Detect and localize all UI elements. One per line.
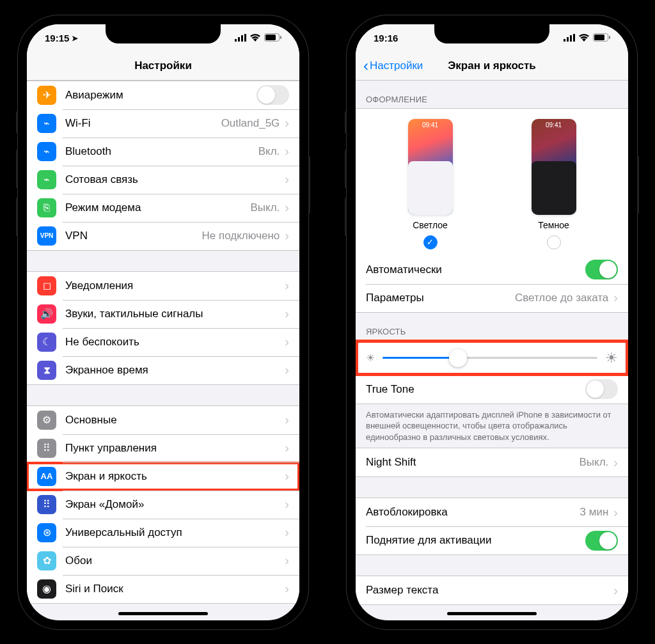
settings-row-siri-и-поиск[interactable]: ◉Siri и Поиск› [27, 575, 299, 603]
row-label: Сотовая связь [65, 173, 285, 186]
speaker-icon: 🔊 [37, 304, 56, 324]
home-indicator[interactable] [118, 612, 208, 615]
settings-row-не-беспокоить[interactable]: ☾Не беспокоить› [27, 328, 299, 356]
chevron-left-icon: ‹ [363, 58, 368, 74]
wifi-icon: ⌁ [37, 114, 56, 133]
appearance-picker: 09:41 Светлое ✓ 09:41 Темное [356, 109, 628, 256]
row-value: Не подключено [202, 230, 280, 242]
row-true-tone[interactable]: True Tone [356, 375, 628, 404]
svg-rect-8 [567, 37, 569, 42]
settings-row-bluetooth[interactable]: ⌁BluetoothВкл.› [27, 137, 299, 166]
row-label: Экранное время [65, 364, 285, 377]
gear-icon: ⚙ [37, 411, 56, 430]
row-auto-lock[interactable]: Автоблокировка 3 мин › [356, 498, 628, 526]
airplane-icon: ✈ [37, 86, 56, 105]
nav-title: Настройки [134, 59, 192, 72]
back-label: Настройки [370, 59, 423, 72]
toggle-automatic[interactable] [585, 260, 618, 279]
sun-high-icon: ☀ [605, 350, 618, 366]
chevron-right-icon: › [285, 228, 289, 243]
settings-row-экран-и-яркость[interactable]: AAЭкран и яркость› [27, 462, 299, 491]
home-indicator[interactable] [447, 612, 537, 615]
nav-title: Экран и яркость [448, 59, 536, 72]
row-label: Экран и яркость [65, 470, 285, 483]
hourglass-icon: ⧗ [37, 361, 56, 380]
row-label: Bluetooth [65, 145, 258, 158]
signal-icon [564, 33, 575, 43]
appearance-option-light[interactable]: 09:41 Светлое ✓ [408, 119, 453, 249]
status-time: 19:15 [45, 33, 69, 43]
chevron-right-icon: › [613, 455, 618, 470]
row-night-shift[interactable]: Night Shift Выкл. › [356, 448, 628, 476]
radio-light[interactable]: ✓ [423, 235, 438, 249]
settings-row-универсальный-доступ[interactable]: ⊛Универсальный доступ› [27, 519, 299, 547]
settings-row-wi-fi[interactable]: ⌁Wi-FiOutland_5G› [27, 109, 299, 137]
brightness-header: ЯРКОСТЬ [356, 313, 628, 340]
chevron-right-icon: › [285, 497, 289, 512]
battery-icon [264, 33, 281, 43]
wifi-icon [579, 33, 589, 43]
vpn-icon: VPN [37, 226, 56, 246]
chevron-right-icon: › [613, 583, 618, 598]
appearance-option-dark[interactable]: 09:41 Темное [532, 119, 576, 249]
row-label: Wi-Fi [65, 117, 221, 130]
chevron-right-icon: › [285, 334, 289, 349]
chevron-right-icon: › [613, 290, 618, 305]
svg-rect-7 [564, 39, 565, 42]
row-label: Siri и Поиск [65, 583, 285, 595]
row-label: Звуки, тактильные сигналы [65, 308, 285, 320]
row-label: Пункт управления [65, 442, 285, 455]
row-label: Экран «Домой» [65, 498, 285, 511]
row-label: Основные [65, 414, 285, 427]
row-raise-to-wake[interactable]: Поднятие для активации [356, 526, 628, 554]
toggle-raise-to-wake[interactable] [585, 531, 618, 551]
row-label: VPN [65, 230, 202, 242]
display-settings-list[interactable]: ОФОРМЛЕНИЕ 09:41 Светлое ✓ 09:41 [356, 81, 628, 620]
chevron-right-icon: › [613, 505, 618, 520]
brightness-slider-row[interactable]: ☀ ☀ [356, 340, 628, 375]
row-label: Режим модема [65, 201, 250, 214]
row-text-size[interactable]: Размер текста › [356, 576, 628, 604]
toggle[interactable] [256, 85, 289, 105]
settings-row-основные[interactable]: ⚙Основные› [27, 406, 299, 434]
antenna-icon: ⌁ [37, 170, 56, 189]
row-value: Вкл. [258, 145, 280, 158]
bluetooth-icon: ⌁ [37, 142, 56, 161]
row-parameters[interactable]: Параметры Светлое до заката › [356, 284, 628, 312]
toggle-true-tone[interactable] [585, 379, 618, 399]
svg-rect-2 [241, 35, 243, 42]
svg-rect-9 [570, 35, 572, 42]
brightness-slider[interactable] [383, 357, 597, 359]
settings-row-уведомления[interactable]: ◻Уведомления› [27, 272, 299, 300]
chevron-right-icon: › [285, 306, 289, 321]
chevron-right-icon: › [285, 172, 289, 187]
settings-row-авиарежим[interactable]: ✈Авиарежим [27, 81, 299, 109]
back-button[interactable]: ‹ Настройки [363, 58, 423, 74]
settings-list[interactable]: ✈Авиарежим⌁Wi-FiOutland_5G›⌁BluetoothВкл… [27, 81, 299, 620]
settings-row-vpn[interactable]: VPNVPNНе подключено› [27, 222, 299, 250]
svg-rect-13 [609, 36, 610, 39]
settings-row-обои[interactable]: ✿Обои› [27, 547, 299, 575]
radio-dark[interactable] [547, 235, 561, 249]
settings-row-экран-домой-[interactable]: ⠿Экран «Домой»› [27, 491, 299, 519]
settings-row-экранное-время[interactable]: ⧗Экранное время› [27, 356, 299, 384]
accessibility-icon: ⊛ [37, 523, 56, 542]
svg-rect-3 [244, 34, 246, 42]
svg-rect-1 [238, 37, 240, 42]
svg-rect-5 [265, 35, 276, 40]
status-time: 19:16 [374, 33, 398, 43]
chevron-right-icon: › [285, 363, 289, 377]
svg-rect-10 [573, 34, 575, 42]
svg-rect-12 [594, 35, 604, 40]
moon-icon: ☾ [37, 333, 56, 352]
chevron-right-icon: › [285, 116, 289, 130]
row-automatic[interactable]: Автоматически [356, 256, 628, 284]
settings-row-звуки-тактильные-сигналы[interactable]: 🔊Звуки, тактильные сигналы› [27, 300, 299, 328]
settings-row-режим-модема[interactable]: ⎘Режим модемаВыкл.› [27, 194, 299, 222]
settings-row-сотовая-связь[interactable]: ⌁Сотовая связь› [27, 166, 299, 194]
nav-bar: ‹ Настройки Экран и яркость [356, 52, 628, 81]
settings-row-пункт-управления[interactable]: ⠿Пункт управления› [27, 434, 299, 462]
bell-icon: ◻ [37, 276, 56, 295]
chevron-right-icon: › [285, 581, 289, 596]
row-label: Универсальный доступ [65, 526, 285, 539]
